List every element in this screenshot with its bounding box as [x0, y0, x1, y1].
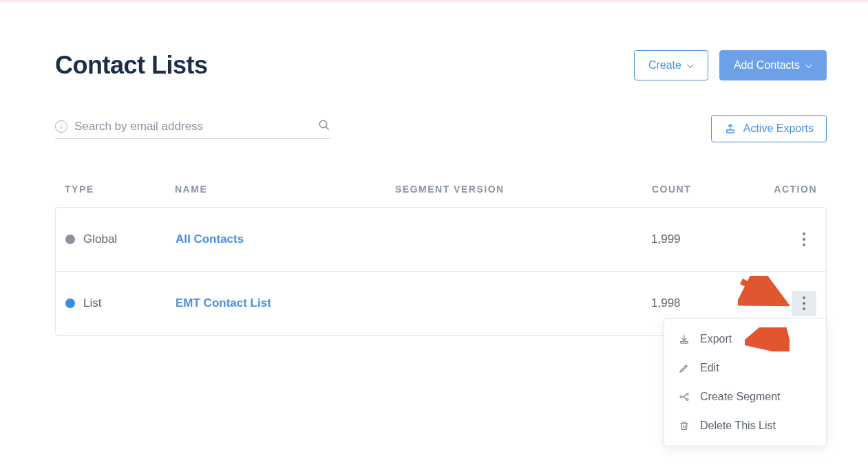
- table-header: TYPE NAME SEGMENT VERSION COUNT ACTION: [55, 184, 827, 207]
- header-row: Contact Lists Create Add Contacts: [55, 50, 827, 80]
- type-cell: List: [65, 296, 176, 310]
- svg-point-6: [686, 399, 688, 401]
- header-buttons: Create Add Contacts: [634, 50, 827, 80]
- branch-icon: [678, 391, 690, 403]
- menu-delete-label: Delete This List: [700, 420, 776, 432]
- type-label: List: [83, 296, 101, 310]
- upload-icon: [724, 122, 737, 135]
- trash-icon: [678, 420, 690, 432]
- create-button[interactable]: Create: [634, 50, 708, 80]
- annotation-arrow: [745, 327, 790, 351]
- table-body: Global All Contacts 1,999 List EMT Conta…: [55, 207, 827, 336]
- menu-create-segment[interactable]: Create Segment: [664, 382, 826, 411]
- search-bar[interactable]: i: [55, 119, 330, 139]
- svg-point-5: [686, 393, 688, 395]
- type-label: Global: [83, 232, 117, 246]
- list-name-link[interactable]: EMT Contact List: [176, 296, 396, 310]
- search-input[interactable]: [74, 120, 311, 133]
- chevron-down-icon: [687, 63, 694, 67]
- action-cell: [748, 227, 816, 252]
- menu-export-label: Export: [700, 333, 732, 345]
- page-title: Contact Lists: [55, 51, 208, 80]
- type-dot-icon: [65, 298, 75, 308]
- menu-edit-label: Edit: [700, 362, 719, 374]
- svg-point-4: [680, 396, 682, 398]
- row-actions-button[interactable]: [792, 227, 816, 252]
- count-cell: 1,998: [651, 296, 748, 310]
- info-icon: i: [55, 120, 67, 133]
- pencil-icon: [678, 362, 690, 374]
- row-actions-button[interactable]: [792, 291, 816, 316]
- th-segment-version: SEGMENT VERSION: [395, 184, 652, 195]
- menu-delete[interactable]: Delete This List: [664, 411, 826, 440]
- menu-create-segment-label: Create Segment: [700, 391, 781, 403]
- th-count: COUNT: [652, 184, 748, 195]
- active-exports-button[interactable]: Active Exports: [711, 115, 827, 142]
- subheader-row: i Active Exports: [55, 115, 827, 142]
- th-type: TYPE: [65, 184, 175, 195]
- svg-line-1: [326, 127, 329, 130]
- active-exports-label: Active Exports: [743, 122, 814, 135]
- download-icon: [678, 333, 690, 345]
- add-contacts-button-label: Add Contacts: [734, 59, 800, 72]
- th-action: ACTION: [748, 184, 817, 195]
- svg-rect-3: [681, 341, 688, 343]
- list-name-link[interactable]: All Contacts: [176, 232, 396, 246]
- svg-rect-2: [726, 130, 734, 133]
- add-contacts-button[interactable]: Add Contacts: [719, 50, 827, 80]
- th-name: NAME: [175, 184, 395, 195]
- menu-edit[interactable]: Edit: [664, 354, 826, 382]
- table-row: Global All Contacts 1,999: [56, 208, 826, 272]
- count-cell: 1,999: [651, 232, 748, 246]
- svg-line-10: [752, 333, 785, 341]
- type-dot-icon: [65, 235, 75, 244]
- create-button-label: Create: [648, 59, 681, 72]
- chevron-down-icon: [805, 63, 812, 67]
- contact-lists-table: TYPE NAME SEGMENT VERSION COUNT ACTION G…: [55, 184, 827, 336]
- annotation-arrow: [738, 276, 790, 310]
- svg-line-8: [741, 281, 779, 301]
- search-icon[interactable]: [318, 119, 330, 134]
- svg-point-0: [319, 120, 327, 128]
- type-cell: Global: [65, 232, 176, 246]
